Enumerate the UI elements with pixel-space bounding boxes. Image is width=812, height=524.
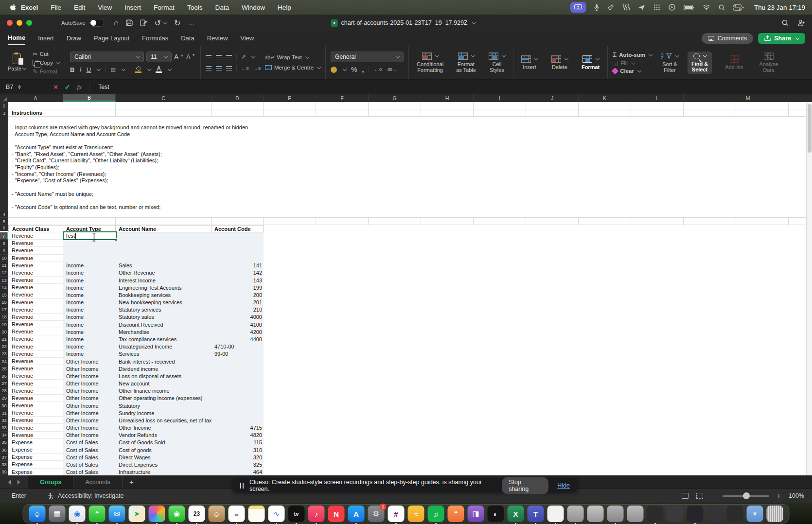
account-class-cell[interactable]: Revenue	[8, 291, 63, 298]
account-class-cell[interactable]: Revenue	[8, 232, 63, 240]
account-type-cell[interactable]: Other Income	[63, 365, 116, 372]
row-header[interactable]: 37	[0, 454, 8, 461]
row-header[interactable]: 39	[0, 469, 8, 476]
fill-button[interactable]: ↓Fill	[613, 60, 652, 66]
increase-decimal-button[interactable]: .00→	[387, 67, 396, 72]
account-class-cell[interactable]: Revenue	[8, 350, 63, 358]
row-header[interactable]: 11	[0, 262, 8, 269]
comments-button[interactable]: Comments	[702, 33, 753, 44]
reminders-dock-icon[interactable]: ≡	[229, 506, 245, 522]
account-type-cell[interactable]: Other Income	[63, 395, 116, 402]
account-name-cell[interactable]: Sundry income	[116, 409, 212, 417]
account-type-cell[interactable]: Income	[63, 306, 116, 314]
format-cells-button[interactable]: Format	[579, 54, 602, 71]
account-type-cell[interactable]: Cost of Sales	[63, 439, 116, 446]
control-center-icon[interactable]	[733, 4, 744, 11]
menu-item-format[interactable]: Format	[154, 4, 175, 11]
font-color-chevron-icon[interactable]	[168, 67, 172, 71]
account-type-cell[interactable]	[63, 240, 116, 247]
vertical-scrollbar[interactable]	[806, 102, 812, 475]
account-type-cell[interactable]	[63, 247, 116, 254]
contacts-dock-icon[interactable]: ☺	[209, 506, 225, 522]
row-header[interactable]: 34	[0, 432, 8, 439]
delete-cells-button[interactable]: Delete	[548, 54, 571, 71]
column-header-b[interactable]: B	[63, 94, 116, 102]
account-class-cell[interactable]: Revenue	[8, 269, 63, 277]
decrease-font-size-button[interactable]: A▼	[186, 53, 195, 60]
account-class-cell[interactable]: Revenue	[8, 387, 63, 395]
account-class-cell[interactable]: Expense	[8, 439, 63, 446]
align-center-icon[interactable]	[216, 66, 222, 70]
account-code-cell[interactable]	[212, 409, 264, 417]
italic-button[interactable]: I	[79, 66, 81, 73]
column-header-i[interactable]: I	[474, 94, 526, 102]
align-bottom-icon[interactable]	[226, 55, 232, 59]
save-as-icon[interactable]	[140, 19, 147, 26]
dark-app-dock-icon[interactable]	[667, 506, 684, 522]
row-header[interactable]: 13	[0, 277, 8, 284]
account-name-cell[interactable]	[116, 247, 212, 254]
account-name-cell[interactable]: Infrastructure	[116, 469, 212, 476]
account-class-cell[interactable]: Revenue	[8, 262, 63, 269]
account-class-cell[interactable]: Revenue	[8, 432, 63, 439]
confirm-entry-icon[interactable]: ✓	[61, 83, 74, 91]
format-as-table-button[interactable]: Format as Table	[453, 52, 479, 74]
row-header[interactable]: 28	[0, 387, 8, 395]
window-preview-dock-icon[interactable]	[587, 506, 604, 522]
orange-chat-app-dock-icon[interactable]: ❝	[448, 506, 464, 522]
menu-item-insert[interactable]: Insert	[124, 4, 141, 11]
microphone-icon[interactable]	[594, 4, 599, 11]
account-name-cell[interactable]: Other operating income (expenses)	[116, 395, 212, 402]
account-code-cell[interactable]: 4000	[212, 314, 264, 321]
account-code-cell[interactable]: 4715	[212, 424, 264, 431]
account-code-cell[interactable]: 4400	[212, 335, 264, 343]
font-size-combo[interactable]: 11	[146, 52, 172, 62]
menu-item-edit[interactable]: Edit	[74, 4, 85, 11]
account-type-cell[interactable]: Income	[63, 299, 116, 306]
app-store-dock-icon[interactable]: A	[348, 506, 365, 522]
account-code-cell[interactable]	[212, 365, 264, 372]
active-cell-editor-b7[interactable]: Test	[63, 231, 117, 240]
window-preview-dock-icon[interactable]	[607, 506, 624, 522]
account-type-cell[interactable]: Cost of Sales	[63, 469, 116, 476]
account-class-cell[interactable]: Revenue	[8, 277, 63, 284]
align-left-icon[interactable]	[206, 66, 212, 70]
account-class-cell[interactable]: Revenue	[8, 358, 63, 365]
row-header[interactable]: 8	[0, 240, 8, 247]
excel-dock-icon[interactable]: X	[508, 506, 524, 522]
row-header[interactable]: 15	[0, 291, 8, 298]
account-type-cell[interactable]: Income	[63, 291, 116, 298]
account-type-cell[interactable]: Other Income	[63, 358, 116, 365]
text-orientation-button[interactable]: ⇗	[241, 53, 246, 60]
search-icon[interactable]	[782, 19, 789, 26]
menu-bar-clock[interactable]: Thu 23 Jan 17:19	[754, 4, 805, 11]
account-class-cell[interactable]: Revenue	[8, 328, 63, 335]
row-header[interactable]: 35	[0, 439, 8, 446]
redo-icon[interactable]: ↻	[174, 18, 180, 28]
account-type-cell[interactable]: Other Income	[63, 387, 116, 395]
account-type-cell[interactable]: Cost of Sales	[63, 454, 116, 461]
increase-font-size-button[interactable]: A▲	[174, 53, 184, 61]
account-type-cell[interactable]: Income	[63, 284, 116, 291]
photos-dock-icon[interactable]	[149, 506, 165, 522]
column-header-j[interactable]: J	[526, 94, 579, 102]
column-header-k[interactable]: K	[579, 94, 631, 102]
dots-grid-icon[interactable]	[653, 4, 660, 11]
menu-item-tools[interactable]: Tools	[187, 4, 203, 11]
downloads-folder-dock-icon[interactable]: ▾	[747, 506, 763, 522]
account-class-cell[interactable]: Revenue	[8, 424, 63, 431]
account-name-cell[interactable]: Direct Expenses	[116, 461, 212, 468]
zoom-out-button[interactable]: −	[711, 492, 715, 500]
row-header[interactable]: 9	[0, 247, 8, 254]
account-type-cell[interactable]: Other Income	[63, 417, 116, 424]
row-header[interactable]: 31	[0, 409, 8, 417]
name-box[interactable]: B7	[0, 84, 42, 90]
row-header[interactable]: 33	[0, 424, 8, 431]
menu-item-data[interactable]: Data	[215, 4, 229, 11]
play-circle-icon[interactable]	[669, 4, 675, 11]
account-name-cell[interactable]	[116, 232, 212, 240]
account-class-cell[interactable]: Revenue	[8, 380, 63, 387]
font-family-combo[interactable]: Calibri	[70, 52, 144, 62]
increase-indent-icon[interactable]: →≡	[253, 66, 261, 71]
battery-icon[interactable]	[684, 5, 694, 10]
